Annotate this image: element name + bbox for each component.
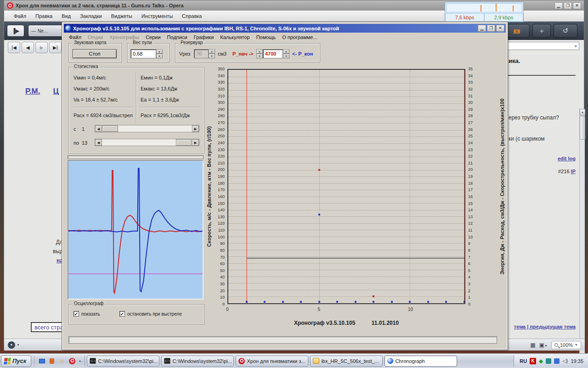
language-indicator[interactable]: RU	[520, 358, 527, 364]
maximize-icon[interactable]: ❐	[564, 2, 572, 9]
tray-app-icon[interactable]	[546, 358, 551, 364]
taskbar-button-chrono[interactable]: Chronograph	[384, 356, 457, 367]
range-to-scrollbar[interactable]: ◀ ▶	[95, 139, 199, 146]
opera-menu-item-Правка[interactable]: Правка	[31, 12, 57, 20]
chevron-down-icon[interactable]: ▼	[574, 45, 577, 48]
zoom-control[interactable]: 100% ▼	[551, 341, 581, 349]
vres-field[interactable]: 70	[194, 49, 209, 58]
opera-quicklaunch-icon[interactable]: O	[68, 357, 76, 365]
images-toggle-icon[interactable]: ▣▼	[539, 342, 548, 348]
axis-tick-label: 130	[218, 215, 225, 219]
chevron-down-icon[interactable]: ▼	[575, 343, 578, 346]
page-scrollbar[interactable]: ▲ ▼	[579, 109, 585, 368]
minimize-icon[interactable]: ▁	[554, 2, 563, 9]
opera-menu-item-Инструменты[interactable]: Инструменты	[137, 12, 177, 20]
scroll-left-icon[interactable]: ◀	[95, 125, 102, 132]
gridline	[228, 283, 464, 283]
scrollbar-thumb[interactable]	[580, 116, 585, 140]
opera-menu-item-Виджеты[interactable]: Виджеты	[107, 12, 136, 20]
axis-tick-label: 0	[222, 302, 225, 306]
traffic-spike	[481, 5, 481, 11]
quick-launch: ☺ O »	[34, 356, 85, 367]
maximize-icon[interactable]: ❐	[487, 25, 495, 32]
taskbar-button-console[interactable]: C:\C:\Windows\system32\pi...	[161, 356, 234, 367]
closed-tabs-icon[interactable]: ↺	[554, 24, 577, 38]
show-checkbox[interactable]: ✓	[74, 311, 79, 317]
network-icon[interactable]	[554, 358, 560, 364]
smiley-icon[interactable]: ☺	[58, 357, 66, 365]
link-pm[interactable]: Р.М.	[25, 87, 40, 96]
ip-link[interactable]: IP	[571, 169, 576, 174]
stop-on-shot-checkbox[interactable]: ✓	[119, 311, 125, 317]
scroll-left-icon[interactable]: ◀	[95, 139, 102, 146]
pressure-field[interactable]: 4700	[263, 49, 283, 58]
left-axis-ticks: 0102030405060708090100110120130140150160…	[211, 69, 226, 304]
new-tab-button[interactable]: ＋	[532, 24, 551, 38]
range-from-scrollbar[interactable]: ◀ ▶	[95, 125, 199, 132]
scroll-right-icon[interactable]: ▶	[192, 125, 199, 132]
edit-log-link[interactable]: edit log	[558, 156, 576, 161]
start-button[interactable]: Пуск	[1, 355, 31, 367]
sync-button[interactable]: ▾	[8, 341, 15, 349]
axis-tick-label: 14	[468, 208, 473, 212]
taskbar-button-folder[interactable]: ibx_HR_5C_506x_test_...	[310, 356, 383, 367]
gridline	[228, 183, 464, 184]
taskbar-button-opera[interactable]: OХрон для пневматики з...	[236, 356, 308, 367]
scrollbar-thumb[interactable]	[176, 139, 192, 146]
opera-menu-item-Вид[interactable]: Вид	[57, 12, 75, 20]
pressure-stepper-right[interactable]: ▲▼	[283, 49, 289, 58]
link-fragment[interactable]: на	[4, 256, 63, 265]
opera-menu-item-Файл[interactable]: Файл	[10, 12, 30, 20]
vres-stepper[interactable]: ▲▼	[209, 49, 215, 58]
clock: 19:35	[571, 358, 583, 364]
forward-icon[interactable]: ▶	[35, 42, 48, 53]
bullet-weight-stepper[interactable]: ▲▼	[156, 49, 163, 58]
scrollbar-thumb[interactable]	[102, 125, 118, 132]
gridline	[228, 223, 464, 224]
browser-tab[interactable]: —Ne…	[28, 25, 65, 37]
opera-menu-item-Справка[interactable]: Справка	[178, 12, 206, 20]
page-text-fragment-1: ерез трубку сыпал?	[509, 114, 559, 121]
chrono-menu-item-Калькулятор[interactable]: Калькулятор	[217, 34, 253, 41]
chrono-menu-item-Опрограмме[interactable]: О программе...	[279, 34, 320, 41]
panel-toggle-button[interactable]: ▐▶	[7, 25, 24, 37]
stop-button[interactable]: Стоп	[73, 49, 117, 58]
gridline	[228, 170, 464, 170]
pressure-stepper-left[interactable]: ▲▼	[256, 49, 263, 58]
axis-tick-label: 28	[468, 113, 473, 118]
address-bar[interactable]: ▼	[508, 42, 579, 50]
back-icon[interactable]: ◀	[22, 42, 34, 53]
page-text-fragment-left: Дл выд на	[4, 238, 63, 265]
link-c[interactable]: Ц	[53, 87, 58, 96]
antivirus-icon[interactable]: K	[530, 358, 536, 364]
close-icon[interactable]: ✕	[573, 2, 581, 9]
volume-icon[interactable]: ◁)	[562, 358, 568, 364]
taskbar-button-console[interactable]: C:\C:\Windows\system32\pi...	[87, 356, 159, 367]
minimize-icon[interactable]: ▁	[478, 25, 486, 32]
shot-mark	[464, 301, 465, 303]
range-marker-line	[464, 70, 465, 303]
app-shortcut-icon[interactable]	[48, 357, 56, 365]
fit-width-icon[interactable]: ▦	[530, 342, 535, 348]
chronograph-titlebar[interactable]: Хронограф v3.5.10.105 для использования …	[64, 24, 506, 33]
axis-tick-label: 25	[468, 134, 473, 138]
chrono-menu-item-Помощь[interactable]: Помощь	[253, 34, 279, 41]
bandwidth-widget[interactable]: 7,6 kbps 2,9 kbps	[445, 2, 524, 22]
axis-tick-label: 260	[218, 127, 225, 132]
tab-camera[interactable]: 📷︎	[504, 24, 530, 38]
chevron-down-icon[interactable]: ▼	[17, 343, 20, 346]
axis-tick-label: 17	[468, 187, 473, 192]
chevron-more-icon[interactable]: »	[79, 359, 81, 363]
status-diamond-icon[interactable]: ◆	[539, 358, 543, 364]
fast-forward-icon[interactable]: ▶|	[49, 42, 62, 53]
prev-topic-link[interactable]: тема | предыдущая тема	[514, 324, 576, 329]
bullet-weight-field[interactable]: 0,68	[130, 49, 156, 58]
scroll-up-icon[interactable]: ▲	[580, 109, 585, 115]
taskbar-button-label: C:\Windows\system32\pi...	[172, 358, 232, 364]
rewind-icon[interactable]: |◀	[8, 42, 20, 53]
close-icon[interactable]: ✕	[496, 25, 504, 32]
axis-tick-label: 160	[218, 194, 225, 199]
show-desktop-icon[interactable]	[38, 357, 45, 365]
scroll-right-icon[interactable]: ▶	[192, 139, 199, 146]
opera-menu-item-Закладки[interactable]: Закладки	[76, 12, 106, 20]
